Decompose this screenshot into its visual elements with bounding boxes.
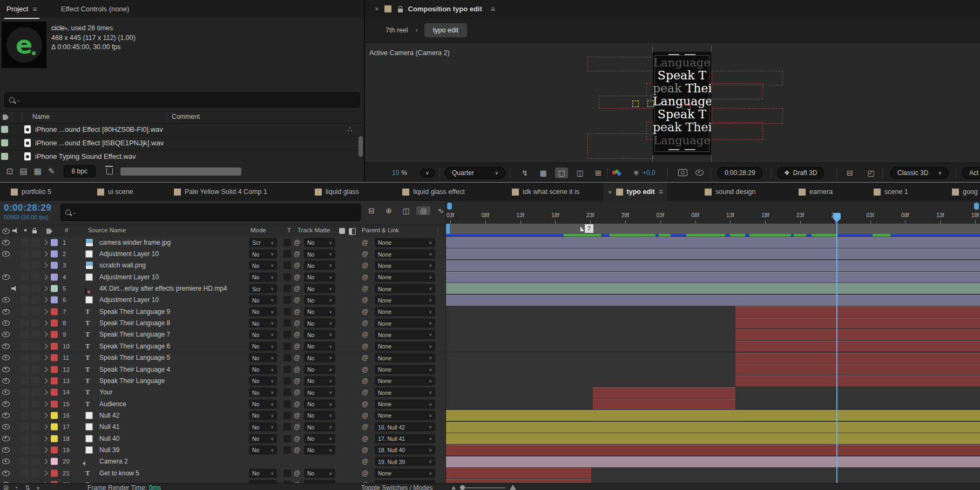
layer-name[interactable]: scratch wall.png bbox=[99, 261, 146, 269]
layer-track-bar[interactable] bbox=[735, 364, 980, 375]
layer-label-swatch[interactable] bbox=[51, 400, 58, 407]
timeline-tab-earnera[interactable]: earnera bbox=[799, 183, 833, 201]
ground-plane-icon[interactable]: ⊟ bbox=[843, 169, 856, 177]
blend-indicator-icon[interactable]: ◑ bbox=[36, 484, 39, 490]
parent-select[interactable]: None∨ bbox=[375, 250, 435, 259]
expand-render-icon[interactable]: ⊞ bbox=[3, 484, 9, 490]
layer-track-row[interactable] bbox=[446, 340, 980, 352]
layer-lock-cell[interactable] bbox=[31, 319, 40, 327]
layer-video-toggle[interactable] bbox=[2, 390, 10, 395]
tab-menu-icon[interactable]: ≡ bbox=[659, 187, 663, 196]
track-matte-select[interactable]: No∨ bbox=[304, 353, 335, 363]
column-track-matte[interactable]: Track Matte bbox=[298, 227, 330, 233]
layer-name[interactable]: 4K Dirt...erlay after effects premiere H… bbox=[99, 285, 227, 292]
matte-toggle-cell[interactable] bbox=[283, 308, 291, 316]
matte-pickwhip-icon[interactable]: @ bbox=[294, 285, 300, 292]
parent-pickwhip-icon[interactable]: @ bbox=[362, 331, 368, 338]
parent-select[interactable]: None∨ bbox=[375, 376, 435, 385]
track-matte-select[interactable]: No∨ bbox=[304, 445, 335, 454]
layer-row[interactable]: 54K Dirt...erlay after effects premiere … bbox=[0, 283, 445, 294]
layer-label-swatch[interactable] bbox=[51, 366, 58, 373]
layer-track-row[interactable] bbox=[446, 456, 980, 468]
layer-solo-cell[interactable] bbox=[21, 296, 29, 304]
parent-pickwhip-icon[interactable]: @ bbox=[362, 273, 368, 281]
layer-row[interactable]: 10TSpeak Their Language 6No∨@No∨@None∨ bbox=[0, 340, 445, 352]
layer-expand-icon[interactable] bbox=[43, 320, 48, 326]
audio-column-icon[interactable] bbox=[12, 228, 18, 233]
layer-track-bar[interactable] bbox=[735, 330, 980, 340]
column-t[interactable]: T bbox=[287, 227, 291, 233]
parent-select[interactable]: None∨ bbox=[375, 468, 435, 478]
mode-select[interactable]: No∨ bbox=[249, 307, 277, 316]
matte-pickwhip-icon[interactable]: @ bbox=[294, 296, 300, 304]
layer-name[interactable]: Adjustment Layer 10 bbox=[99, 273, 159, 281]
track-matte-select[interactable]: No∨ bbox=[304, 261, 335, 270]
matte-pickwhip-icon[interactable]: @ bbox=[294, 239, 300, 246]
layer-track-row[interactable] bbox=[446, 444, 980, 456]
layer-track-bar[interactable] bbox=[446, 260, 980, 271]
mode-select[interactable]: No∨ bbox=[249, 422, 277, 432]
layer-track-row[interactable] bbox=[446, 317, 980, 329]
track-matte-select[interactable]: No∨ bbox=[304, 284, 335, 293]
layer-label-swatch[interactable] bbox=[51, 458, 58, 465]
timeline-tab-goog[interactable]: goog bbox=[952, 183, 978, 201]
magnification-control[interactable]: 10 % bbox=[392, 163, 407, 182]
layer-solo-cell[interactable] bbox=[21, 469, 29, 477]
item-label-swatch[interactable] bbox=[1, 153, 8, 160]
layer-name[interactable]: Adjustment Layer 10 bbox=[99, 250, 159, 258]
layer-row[interactable]: 9TSpeak Their Language 7No∨@No∨@None∨ bbox=[0, 329, 445, 341]
layer-label-swatch[interactable] bbox=[51, 377, 58, 384]
track-matte-select[interactable]: No∨ bbox=[304, 434, 335, 443]
project-scrollbar[interactable] bbox=[359, 136, 363, 157]
item-label-swatch[interactable] bbox=[1, 139, 8, 146]
breadcrumb-parent[interactable]: 7th reel bbox=[386, 26, 408, 34]
layer-solo-cell[interactable] bbox=[21, 400, 29, 408]
column-number[interactable]: # bbox=[65, 227, 68, 233]
timeline-tab-idk-what-scene-it-is[interactable]: idk what scene it is bbox=[512, 183, 579, 201]
layer-lock-cell[interactable] bbox=[31, 354, 40, 361]
matte-pickwhip-icon[interactable]: @ bbox=[294, 343, 300, 350]
parent-pickwhip-icon[interactable]: @ bbox=[362, 343, 368, 350]
layer-video-toggle[interactable] bbox=[2, 240, 10, 245]
mode-select[interactable]: No∨ bbox=[249, 296, 277, 305]
mode-select[interactable]: No∨ bbox=[249, 272, 277, 281]
layer-solo-cell[interactable] bbox=[21, 446, 29, 454]
timeline-tab-pale-yellow-solid-4-comp-1[interactable]: Pale Yellow Solid 4 Comp 1 bbox=[174, 183, 267, 201]
resolution-dropdown[interactable]: Quarter ∨ bbox=[445, 163, 505, 182]
parent-select[interactable]: None∨ bbox=[375, 296, 435, 305]
matte-toggle-cell[interactable] bbox=[283, 423, 291, 431]
layer-row[interactable]: 21TGet to know 5No∨@No∨@None∨ bbox=[0, 467, 445, 479]
close-tab-icon[interactable]: × bbox=[375, 5, 379, 13]
tab-project[interactable]: Project ≡ bbox=[4, 0, 39, 19]
track-matte-select[interactable]: No∨ bbox=[304, 330, 335, 339]
layer-name[interactable]: Speak Their Language 5 bbox=[99, 354, 170, 361]
mode-select[interactable]: No∨ bbox=[249, 330, 277, 339]
mode-select[interactable]: No∨ bbox=[249, 353, 277, 363]
matte-toggle-cell[interactable] bbox=[283, 331, 291, 338]
layer-row[interactable]: 11TSpeak Their Language 5No∨@No∨@None∨ bbox=[0, 352, 445, 364]
zoom-out-frames-icon[interactable] bbox=[451, 486, 456, 489]
layer-expand-icon[interactable] bbox=[43, 309, 48, 314]
layer-lock-cell[interactable] bbox=[31, 250, 40, 258]
timeline-tab-liquid-glass[interactable]: liquid glass bbox=[315, 183, 359, 201]
layer-row[interactable]: 2Adjustment Layer 10No∨@No∨@None∨ bbox=[0, 248, 445, 260]
layer-name[interactable]: Speak Their Language 4 bbox=[99, 366, 170, 373]
layer-audio-toggle[interactable] bbox=[11, 286, 17, 291]
track-matte-select[interactable]: No∨ bbox=[304, 376, 335, 385]
layer-name[interactable]: Audience bbox=[99, 400, 126, 408]
matte-pickwhip-icon[interactable]: @ bbox=[294, 319, 300, 327]
layer-track-bar[interactable] bbox=[446, 433, 980, 444]
layer-lock-cell[interactable] bbox=[31, 366, 40, 373]
lock-column-icon[interactable] bbox=[32, 230, 37, 233]
layer-name[interactable]: Speak Their Language 9 bbox=[99, 308, 170, 316]
layer-track-bar[interactable] bbox=[446, 249, 980, 259]
matte-toggle-cell[interactable] bbox=[283, 354, 291, 361]
list-item[interactable]: iPhone ...ound Effect [80HZS0B-Fl0].wav∴ bbox=[0, 123, 364, 137]
parent-pickwhip-icon[interactable]: @ bbox=[362, 261, 368, 269]
layer-track-bar[interactable] bbox=[446, 295, 980, 306]
layer-video-toggle[interactable] bbox=[2, 447, 10, 453]
layer-solo-cell[interactable] bbox=[21, 285, 29, 292]
track-matte-select[interactable]: No∨ bbox=[304, 411, 335, 420]
layer-expand-icon[interactable] bbox=[43, 297, 48, 303]
matte-toggle-cell[interactable] bbox=[283, 435, 291, 442]
